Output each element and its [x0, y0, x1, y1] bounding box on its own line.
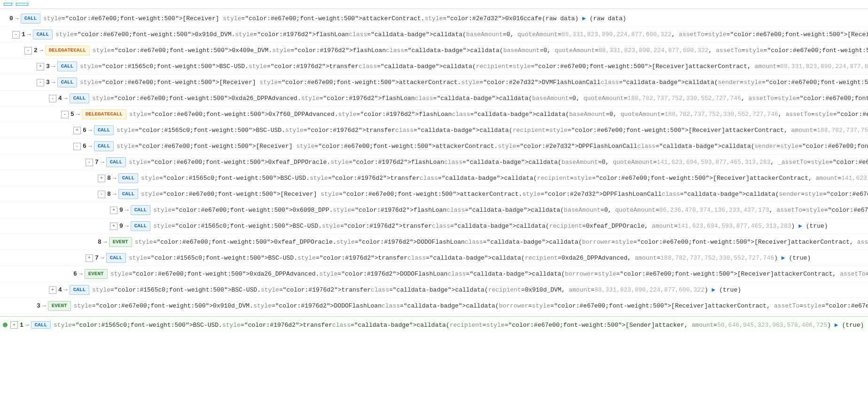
row-number: 7	[95, 254, 99, 263]
row-number: 9	[119, 206, 123, 215]
row-content: style="color:#e67e00;font-weight:500">[R…	[117, 142, 868, 151]
toggle-button[interactable]: -	[86, 159, 93, 166]
toggle-button[interactable]: +	[73, 127, 81, 134]
trace-row: -4 → CALLstyle="color:#e67e00;font-weigh…	[0, 91, 868, 107]
badge-call: CALL	[94, 125, 114, 135]
trace-row: -5 → DELEGATECALLstyle="color:#e67e00;fo…	[0, 107, 868, 123]
row-content: style="color:#1565c0;font-weight:500">BS…	[129, 254, 811, 263]
row-arrow: →	[101, 158, 104, 167]
row-content: style="color:#e67e00;font-weight:500">[R…	[141, 190, 868, 199]
row-number: 2	[34, 46, 38, 55]
toggle-button[interactable]: +	[86, 254, 93, 262]
row-content: style="color:#e67e00;font-weight:500">0x…	[153, 206, 868, 215]
trace-row: +4 → CALLstyle="color:#1565c0;font-weigh…	[0, 282, 868, 298]
row-number: 8	[107, 190, 111, 199]
row-arrow: →	[113, 174, 117, 183]
trace-container: 0 → CALLstyle="color:#e67e00;font-weight…	[0, 9, 868, 316]
row-arrow: →	[64, 285, 68, 295]
badge-call: CALL	[94, 141, 114, 151]
trace-row: 6 → EVENTstyle="color:#e67e00;font-weigh…	[0, 266, 868, 282]
row-number: 8	[107, 174, 111, 183]
row-content: style="color:#1565c0;font-weight:500">BS…	[141, 174, 868, 183]
row-content: style="color:#e67e00;font-weight:500">0x…	[110, 270, 868, 279]
toggle-button[interactable]: +	[37, 63, 44, 70]
row-number: 3	[46, 78, 50, 87]
row-content: style="color:#e67e00;font-weight:500">[R…	[80, 78, 868, 87]
row-arrow: →	[64, 94, 68, 103]
trace-row: -7 → CALLstyle="color:#e67e00;font-weigh…	[0, 154, 868, 170]
header	[0, 0, 868, 9]
row-content: style="color:#e67e00;font-weight:500">0x…	[74, 301, 868, 311]
row-number: 5	[70, 110, 74, 119]
trace-row: +9 → CALLstyle="color:#1565c0;font-weigh…	[0, 218, 868, 234]
row-arrow: →	[113, 190, 117, 199]
row-number: 4	[58, 285, 62, 295]
toggle-button[interactable]: -	[61, 111, 69, 118]
badge-call: CALL	[57, 62, 77, 71]
badge-call: CALL	[70, 93, 89, 103]
bottom-row: +1 → CALLstyle="color:#1565c0;font-weigh…	[0, 316, 868, 333]
row-arrow: →	[52, 62, 55, 71]
row-arrow: →	[76, 110, 80, 119]
row-number: 7	[95, 158, 99, 167]
badge-delegatecall: DELEGATECALL	[45, 46, 90, 55]
badge-event: EVENT	[48, 301, 71, 311]
attacker-tag	[16, 3, 28, 6]
row-number: 0	[9, 14, 13, 23]
toggle-button[interactable]: +	[110, 207, 117, 214]
trace-row: +6 → CALLstyle="color:#1565c0;font-weigh…	[0, 123, 868, 139]
badge-event: EVENT	[85, 269, 108, 279]
trace-row: -1 → CALLstyle="color:#e67e00;font-weigh…	[0, 27, 868, 43]
trace-row: +3 → CALLstyle="color:#1565c0;font-weigh…	[0, 59, 868, 75]
toggle-button[interactable]: +	[110, 223, 117, 230]
row-number: 4	[58, 94, 62, 103]
row-number: 1	[20, 322, 23, 329]
row-arrow: →	[39, 46, 43, 55]
row-arrow: →	[103, 238, 107, 247]
row-arrow: →	[101, 254, 104, 263]
row-content: style="color:#e67e00;font-weight:500">0x…	[135, 238, 868, 247]
badge-call: CALL	[131, 205, 150, 215]
trace-row: 8 → EVENTstyle="color:#e67e00;font-weigh…	[0, 234, 868, 250]
row-content: style="color:#e67e00;font-weight:500">0x…	[129, 158, 868, 167]
trace-row: +7 → CALLstyle="color:#1565c0;font-weigh…	[0, 250, 868, 266]
badge-call: CALL	[33, 30, 53, 39]
badge-call: CALL	[57, 77, 77, 87]
trace-row: 3 → EVENTstyle="color:#e67e00;font-weigh…	[0, 298, 868, 314]
sender-tag	[4, 3, 12, 6]
row-number: 8	[98, 238, 102, 247]
row-content: style="color:#1565c0;font-weight:500">BS…	[80, 62, 868, 71]
badge-call: CALL	[21, 14, 40, 23]
badge-call: CALL	[31, 321, 51, 329]
row-arrow: →	[25, 322, 29, 329]
row-number: 1	[22, 30, 25, 39]
row-number: 9	[119, 222, 123, 231]
badge-call: CALL	[118, 173, 138, 183]
row-number: 6	[83, 142, 86, 151]
badge-call: CALL	[70, 285, 89, 295]
toggle-button[interactable]: -	[37, 79, 44, 86]
toggle-button[interactable]: -	[12, 31, 20, 39]
row-content: style="color:#1565c0;font-weight:500">BS…	[117, 126, 868, 135]
row-number: 6	[83, 126, 86, 135]
trace-row: +9 → CALLstyle="color:#e67e00;font-weigh…	[0, 202, 868, 218]
row-number: 3	[37, 301, 40, 311]
row-content: style="color:#e67e00;font-weight:500">0x…	[92, 94, 868, 103]
trace-row: -2 → DELEGATECALLstyle="color:#e67e00;fo…	[0, 43, 868, 59]
toggle-button[interactable]: +	[49, 286, 56, 294]
toggle-button[interactable]: -	[24, 47, 32, 54]
trace-row: -6 → CALLstyle="color:#e67e00;font-weigh…	[0, 139, 868, 154]
toggle-button[interactable]: -	[49, 95, 56, 102]
row-content: style="color:#e67e00;font-weight:500">[R…	[43, 14, 626, 23]
row-arrow: →	[79, 270, 83, 279]
toggle-button[interactable]: -	[73, 143, 81, 150]
toggle-button[interactable]: +	[10, 321, 18, 329]
row-content: style="color:#1565c0;font-weight:500">BS…	[54, 321, 864, 329]
toggle-button[interactable]: +	[98, 175, 105, 182]
row-arrow: →	[15, 14, 19, 23]
badge-call: CALL	[118, 189, 138, 199]
row-arrow: →	[27, 30, 31, 39]
toggle-button[interactable]: -	[98, 191, 105, 198]
badge-call: CALL	[131, 221, 150, 231]
row-number: 6	[73, 270, 77, 279]
